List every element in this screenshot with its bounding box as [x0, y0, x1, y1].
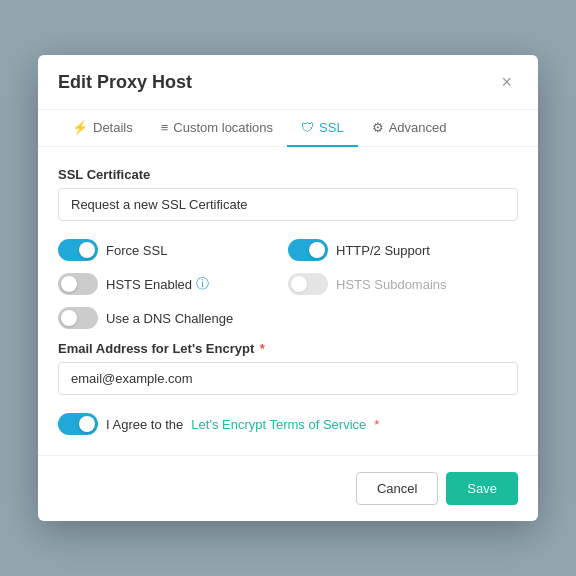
ssl-icon: 🛡	[301, 120, 314, 135]
cancel-button[interactable]: Cancel	[356, 472, 438, 505]
modal-header: Edit Proxy Host ×	[38, 55, 538, 110]
tab-custom-locations[interactable]: ≡ Custom locations	[147, 110, 287, 147]
tab-advanced-label: Advanced	[389, 120, 447, 135]
agree-suffix: *	[374, 417, 379, 432]
hsts-subdomains-label: HSTS Subdomains	[336, 277, 447, 292]
hsts-subdomains-group: HSTS Subdomains	[288, 273, 518, 295]
tab-ssl[interactable]: 🛡 SSL	[287, 110, 358, 147]
email-group: Email Address for Let's Encrypt *	[58, 341, 518, 395]
custom-locations-icon: ≡	[161, 120, 169, 135]
tab-details-label: Details	[93, 120, 133, 135]
tab-bar: ⚡ Details ≡ Custom locations 🛡 SSL ⚙ Adv…	[38, 110, 538, 147]
dns-challenge-row: Use a DNS Challenge	[58, 307, 518, 329]
tab-advanced[interactable]: ⚙ Advanced	[358, 110, 461, 147]
hsts-subdomains-toggle[interactable]	[288, 273, 328, 295]
lets-encrypt-link[interactable]: Let's Encrypt Terms of Service	[191, 417, 366, 432]
ssl-certificate-label: SSL Certificate	[58, 167, 518, 182]
ssl-certificate-input[interactable]	[58, 188, 518, 221]
tab-ssl-label: SSL	[319, 120, 344, 135]
hsts-info-icon: ⓘ	[196, 275, 209, 293]
edit-proxy-host-modal: Edit Proxy Host × ⚡ Details ≡ Custom loc…	[38, 55, 538, 521]
http2-support-label: HTTP/2 Support	[336, 243, 430, 258]
modal-title: Edit Proxy Host	[58, 72, 192, 93]
force-ssl-http2-row: Force SSL HTTP/2 Support	[58, 239, 518, 261]
dns-challenge-toggle[interactable]	[58, 307, 98, 329]
hsts-enabled-label: HSTS Enabled ⓘ	[106, 275, 209, 293]
save-button[interactable]: Save	[446, 472, 518, 505]
force-ssl-group: Force SSL	[58, 239, 288, 261]
force-ssl-toggle[interactable]	[58, 239, 98, 261]
modal-body: SSL Certificate Force SSL	[38, 147, 538, 455]
http2-support-group: HTTP/2 Support	[288, 239, 518, 261]
advanced-icon: ⚙	[372, 120, 384, 135]
details-icon: ⚡	[72, 120, 88, 135]
email-label: Email Address for Let's Encrypt *	[58, 341, 518, 356]
dns-challenge-label: Use a DNS Challenge	[106, 311, 233, 326]
tab-custom-locations-label: Custom locations	[173, 120, 273, 135]
ssl-certificate-group: SSL Certificate	[58, 167, 518, 221]
email-required-marker: *	[260, 341, 265, 356]
hsts-enabled-group: HSTS Enabled ⓘ	[58, 273, 288, 295]
http2-support-toggle[interactable]	[288, 239, 328, 261]
email-input[interactable]	[58, 362, 518, 395]
agree-row: I Agree to the Let's Encrypt Terms of Se…	[58, 413, 518, 435]
hsts-enabled-toggle[interactable]	[58, 273, 98, 295]
agree-prefix: I Agree to the	[106, 417, 183, 432]
dns-challenge-group: Use a DNS Challenge	[58, 307, 518, 329]
agree-toggle[interactable]	[58, 413, 98, 435]
force-ssl-label: Force SSL	[106, 243, 167, 258]
modal-footer: Cancel Save	[38, 455, 538, 521]
tab-details[interactable]: ⚡ Details	[58, 110, 147, 147]
close-button[interactable]: ×	[495, 71, 518, 93]
hsts-row: HSTS Enabled ⓘ HSTS Subdomains	[58, 273, 518, 295]
